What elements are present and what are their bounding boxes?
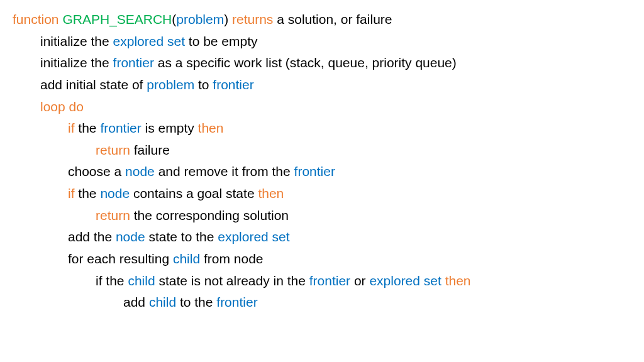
text: add the (68, 229, 116, 244)
keyword-loop-do: loop do (40, 99, 84, 114)
var-frontier: frontier (213, 77, 253, 92)
text: the (75, 186, 101, 200)
var-frontier: frontier (294, 164, 335, 178)
keyword-return: return (96, 143, 130, 157)
code-line: return failure (13, 140, 631, 162)
code-line: choose a node and remove it from the fro… (13, 161, 631, 183)
var-node: node (116, 229, 145, 244)
keyword-return: return (96, 208, 130, 222)
keyword-if: if (68, 121, 75, 135)
code-line: return the corresponding solution (13, 205, 631, 227)
var-node: node (100, 186, 130, 200)
code-line: if the node contains a goal state then (13, 183, 631, 205)
code-line: loop do (13, 96, 631, 118)
pseudocode-block: function GRAPH_SEARCH(problem) returns a… (13, 9, 631, 314)
var-problem: problem (147, 77, 194, 92)
param-problem: problem (176, 12, 224, 26)
text: to be empty (185, 34, 258, 48)
code-line: if the child state is not already in the… (13, 270, 631, 292)
code-line: initialize the frontier as a specific wo… (13, 52, 631, 74)
var-explored-set: explored set (113, 34, 185, 48)
code-line: initialize the explored set to be empty (13, 31, 631, 53)
code-line: for each resulting child from node (13, 248, 631, 270)
code-line: add child to the frontier (13, 292, 631, 314)
function-name: GRAPH_SEARCH (62, 12, 172, 26)
code-line: add initial state of problem to frontier (13, 74, 631, 96)
var-child: child (173, 251, 200, 266)
var-frontier: frontier (309, 273, 350, 288)
text: for each resulting (68, 251, 173, 266)
code-line: if the frontier is empty then (13, 118, 631, 140)
text: the corresponding solution (130, 208, 289, 222)
keyword-then: then (258, 186, 284, 200)
keyword-function: function (13, 12, 59, 26)
keyword-then: then (198, 121, 224, 135)
var-frontier: frontier (100, 121, 141, 135)
text: choose a (68, 164, 125, 178)
code-line: add the node state to the explored set (13, 226, 631, 248)
text: and remove it from the (155, 164, 294, 178)
text: the (75, 121, 101, 135)
code-line: function GRAPH_SEARCH(problem) returns a… (13, 9, 631, 31)
var-child: child (128, 273, 155, 288)
text: initialize the (40, 34, 113, 48)
text: to the (176, 295, 216, 309)
text: from node (200, 251, 263, 266)
text: state is not already in the (155, 273, 309, 288)
text: state to the (145, 229, 218, 244)
var-child: child (149, 295, 176, 309)
var-explored-set: explored set (369, 273, 441, 288)
text: if the (96, 273, 128, 288)
text: a solution, or failure (273, 12, 392, 26)
var-frontier: frontier (113, 55, 154, 70)
text: initialize the (40, 55, 113, 70)
keyword-if: if (68, 186, 75, 200)
text: contains a goal state (130, 186, 258, 200)
text: or (350, 273, 369, 288)
keyword-returns: returns (232, 12, 273, 26)
text: to (194, 77, 213, 92)
text: add (123, 295, 149, 309)
keyword-then: then (445, 273, 471, 288)
var-frontier: frontier (216, 295, 257, 309)
text: as a specific work list (stack, queue, p… (154, 55, 457, 70)
var-explored-set: explored set (218, 229, 289, 244)
text: failure (130, 143, 170, 157)
text: is empty (142, 121, 198, 135)
text: add initial state of (40, 77, 147, 92)
var-node: node (125, 164, 155, 178)
